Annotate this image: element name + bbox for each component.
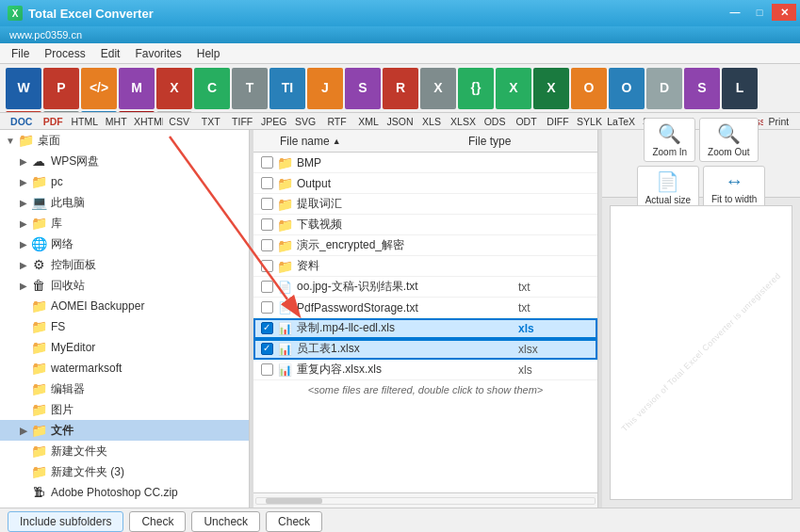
sidebar-item-wps[interactable]: ▶ ☁ WPS网盘 <box>0 151 249 171</box>
format-btn-svg[interactable]: S <box>345 68 381 109</box>
file-check[interactable] <box>257 156 276 169</box>
sidebar-item-control[interactable]: ▶ ⚙ 控制面板 <box>0 254 249 275</box>
menu-favorites[interactable]: Favorites <box>127 45 188 62</box>
sidebar-item-lib[interactable]: ▶ 📁 库 <box>0 213 249 234</box>
file-row-chongfu[interactable]: 📊 重复内容.xlsx.xls xls <box>253 360 597 380</box>
label-jpeg[interactable]: JPEG <box>258 116 289 127</box>
checkbox-tiqucihui[interactable] <box>261 198 273 210</box>
format-btn-tiff[interactable]: TI <box>269 68 305 109</box>
format-btn-pdf[interactable]: P <box>43 68 79 109</box>
file-row-bmp[interactable]: 📁 BMP <box>253 153 597 173</box>
format-btn-odt[interactable]: O <box>609 68 645 109</box>
checkbox-oojpg[interactable] <box>261 281 273 293</box>
label-svg[interactable]: SVG <box>289 116 320 127</box>
check2-button[interactable]: Check <box>266 511 322 532</box>
file-check[interactable] <box>257 322 276 334</box>
label-print[interactable]: Print <box>763 116 794 127</box>
format-btn-latex[interactable]: L <box>722 68 758 109</box>
sidebar-item-editor[interactable]: 📁 编辑器 <box>0 379 249 399</box>
label-csv[interactable]: CSV <box>163 116 194 127</box>
file-check[interactable] <box>257 260 276 272</box>
label-pdf[interactable]: PDF <box>37 116 68 127</box>
label-sylk[interactable]: SYLK <box>574 116 605 127</box>
format-btn-doc[interactable]: W <box>6 68 41 109</box>
checkbox-luzhi[interactable] <box>261 322 273 334</box>
sidebar-item-watermark[interactable]: 📁 watermarksoft <box>0 358 249 379</box>
format-btn-ods[interactable]: O <box>571 68 607 109</box>
label-xls[interactable]: XLS <box>416 116 447 127</box>
file-row-yanshi[interactable]: 📁 演示_encrypted_解密 <box>253 235 597 256</box>
file-row-pdfpass[interactable]: 📄 PdfPasswordStorage.txt txt <box>253 298 597 318</box>
file-row-yuangong[interactable]: 📊 员工表1.xlsx xlsx <box>253 339 597 360</box>
menu-process[interactable]: Process <box>37 45 92 62</box>
label-mht[interactable]: MHT <box>100 116 131 127</box>
col-name-header[interactable]: File name ▲ <box>276 135 465 148</box>
sidebar-item-myeditor[interactable]: 📁 MyEditor <box>0 337 249 358</box>
format-btn-txt[interactable]: T <box>232 68 268 109</box>
label-xml[interactable]: XML <box>352 116 384 127</box>
format-btn-xls[interactable]: X <box>496 68 531 109</box>
file-row-xiazai[interactable]: 📁 下载视频 <box>253 215 597 235</box>
sidebar-item-network[interactable]: ▶ 🌐 网络 <box>0 234 249 254</box>
checkbox-yuangong[interactable] <box>261 343 273 355</box>
format-btn-html[interactable]: </> <box>81 68 117 109</box>
check-button[interactable]: Check <box>129 511 186 532</box>
label-html[interactable]: HTML <box>69 116 100 127</box>
sidebar-item-newfolder3[interactable]: 📁 新建文件夹 (3) <box>0 461 249 482</box>
sidebar-item-fs[interactable]: 📁 FS <box>0 316 249 337</box>
minimize-button[interactable]: — <box>723 4 747 21</box>
label-diff[interactable]: DIFF <box>542 116 573 127</box>
sidebar-item-computer[interactable]: ▶ 💻 此电脑 <box>0 192 249 213</box>
sidebar-item-images[interactable]: 📁 图片 <box>0 399 249 420</box>
menu-edit[interactable]: Edit <box>93 45 128 62</box>
format-btn-xml[interactable]: X <box>420 68 456 109</box>
file-check[interactable] <box>257 239 276 251</box>
checkbox-chongfu[interactable] <box>261 363 273 376</box>
format-btn-json[interactable]: {} <box>458 68 494 109</box>
sidebar-item-newfolder[interactable]: 📁 新建文件夹 <box>0 441 249 461</box>
menu-help[interactable]: Help <box>189 45 228 62</box>
filtered-message[interactable]: <some files are filtered, double click t… <box>253 380 597 399</box>
label-rtf[interactable]: RTF <box>321 116 352 127</box>
file-row-ziliao[interactable]: 📁 资料 <box>253 256 597 277</box>
include-subfolders-button[interactable]: Include subfolders <box>8 511 123 532</box>
sidebar-item-trash[interactable]: ▶ 🗑 回收站 <box>0 275 249 296</box>
format-btn-xlsx[interactable]: X <box>533 68 569 109</box>
sidebar-item-photoshop[interactable]: 🗜 Adobe Photoshop CC.zip <box>0 482 249 503</box>
zoom-out-button[interactable]: 🔍 Zoom Out <box>699 118 758 162</box>
file-check[interactable] <box>257 363 276 376</box>
menu-file[interactable]: File <box>4 45 37 62</box>
checkbox-yanshi[interactable] <box>261 239 273 251</box>
file-row-tiqucihui[interactable]: 📁 提取词汇 <box>253 194 597 215</box>
file-row-output[interactable]: 📁 Output <box>253 173 597 194</box>
file-row-luzhi[interactable]: 📊 录制.mp4-llc-edl.xls xls <box>253 318 597 339</box>
format-btn-rtf[interactable]: R <box>383 68 418 109</box>
file-list-scrollbar[interactable] <box>253 492 597 508</box>
maximize-button[interactable]: □ <box>747 4 772 21</box>
label-ods[interactable]: ODS <box>479 116 510 127</box>
close-button[interactable]: ✕ <box>772 4 796 21</box>
file-check[interactable] <box>257 177 276 189</box>
format-btn-xhtml[interactable]: X <box>156 68 192 109</box>
label-latex[interactable]: LaTeX <box>605 116 636 127</box>
file-check[interactable] <box>257 198 276 210</box>
format-btn-sylk[interactable]: S <box>684 68 720 109</box>
actual-size-button[interactable]: 📄 Actual size <box>637 166 699 210</box>
file-row-oojpg[interactable]: 📄 oo.jpg-文稿-识别结果.txt txt <box>253 277 597 298</box>
format-btn-diff[interactable]: D <box>646 68 682 109</box>
sidebar-item-pc[interactable]: ▶ 📁 pc <box>0 171 249 192</box>
file-check[interactable] <box>257 218 276 231</box>
checkbox-pdfpass[interactable] <box>261 301 273 314</box>
sidebar-item-files[interactable]: ▶ 📁 文件 <box>0 420 249 441</box>
label-xlsx[interactable]: XLSX <box>448 116 479 127</box>
file-check[interactable] <box>257 281 276 293</box>
sidebar-item-fszip[interactable]: 🗜 FS.zip <box>0 503 249 508</box>
checkbox-ziliao[interactable] <box>261 260 273 272</box>
label-json[interactable]: JSON <box>384 116 416 127</box>
sidebar-item-desktop[interactable]: ▼ 📁 桌面 <box>0 130 249 151</box>
format-btn-mht[interactable]: M <box>119 68 155 109</box>
format-btn-jpeg[interactable]: J <box>307 68 343 109</box>
label-txt[interactable]: TXT <box>195 116 226 127</box>
zoom-in-button[interactable]: 🔍 Zoom In <box>644 118 695 162</box>
label-doc[interactable]: DOC <box>6 116 37 127</box>
